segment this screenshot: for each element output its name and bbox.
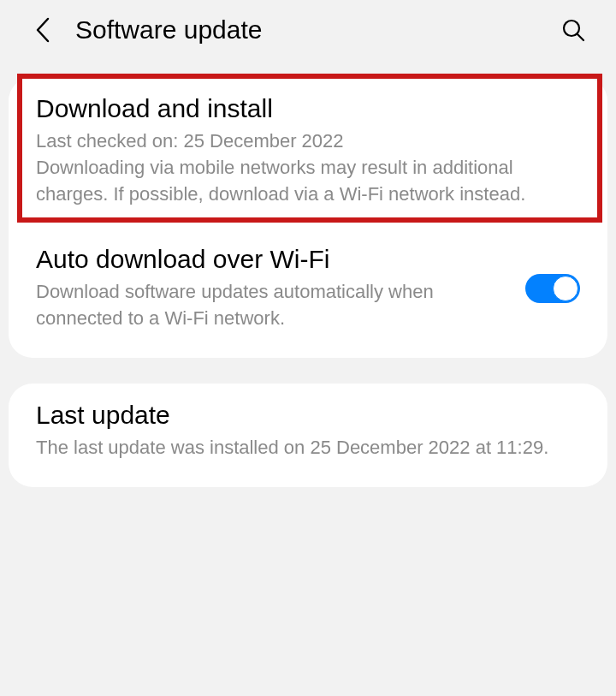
last-update-desc: The last update was installed on 25 Dece…: [36, 435, 580, 461]
back-button[interactable]: [26, 13, 60, 47]
header: Software update: [0, 0, 616, 60]
svg-line-1: [578, 34, 583, 40]
download-install-title: Download and install: [36, 94, 580, 123]
auto-download-toggle[interactable]: [525, 274, 580, 303]
page-title: Software update: [75, 15, 556, 45]
settings-group-2: Last update The last update was installe…: [9, 384, 607, 487]
search-icon: [561, 18, 585, 42]
download-install-item[interactable]: Download and install Last checked on: 25…: [9, 77, 607, 224]
last-update-item[interactable]: Last update The last update was installe…: [9, 384, 607, 487]
last-update-title: Last update: [36, 401, 580, 430]
toggle-knob: [553, 276, 578, 301]
chevron-left-icon: [35, 17, 50, 43]
auto-download-title: Auto download over Wi-Fi: [36, 245, 512, 274]
settings-group-1: Download and install Last checked on: 25…: [9, 77, 607, 358]
auto-download-item[interactable]: Auto download over Wi-Fi Download softwa…: [9, 224, 607, 358]
download-install-last-checked: Last checked on: 25 December 2022: [36, 128, 580, 155]
auto-download-desc: Download software updates automatically …: [36, 279, 512, 332]
download-install-warning: Downloading via mobile networks may resu…: [36, 155, 580, 208]
search-button[interactable]: [556, 13, 590, 47]
